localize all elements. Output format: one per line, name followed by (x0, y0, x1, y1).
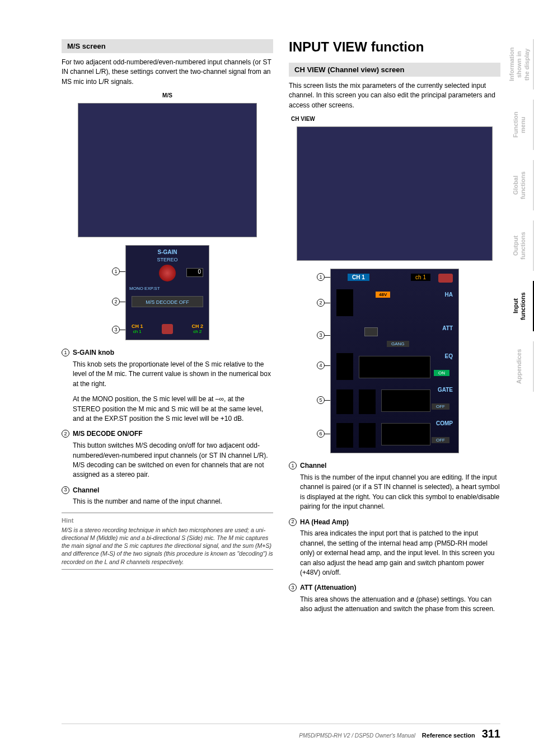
r-item-channel: 1 Channel (289, 461, 500, 471)
tab-info-display[interactable]: Information shown in the display (506, 39, 534, 90)
ms-screen-header: M/S screen (62, 39, 273, 53)
sgain-detail: S-GAIN STEREO 0 MONO EXP.ST M/S DECODE O… (125, 245, 209, 340)
footer-manual: PM5D/PM5D-RH V2 / DSP5D Owner's Manual (299, 732, 415, 739)
circle-1: 1 (62, 349, 69, 356)
chview-detail: CH 1 ch 1 48V HA ATT GANG EQ ON GATE (330, 269, 459, 453)
tab-function-menu[interactable]: Function menu (506, 100, 534, 150)
chview-intro: This screen lists the mix parameters of … (289, 81, 500, 110)
hint-box: Hint M/S is a stereo recording technique… (62, 513, 273, 570)
chview-header: CH VIEW (Channel view) screen (289, 63, 500, 77)
ms-screenshot (78, 103, 257, 237)
r-item-att: 3 ATT (Attenuation) (289, 583, 500, 593)
ms-img-label: M/S (62, 92, 273, 98)
page-footer: PM5D/PM5D-RH V2 / DSP5D Owner's Manual R… (62, 724, 500, 740)
right-column: INPUT VIEW function CH VIEW (Channel vie… (289, 39, 500, 620)
circle-3: 3 (62, 486, 69, 494)
footer-section: Reference section (422, 732, 475, 739)
r-item-ha: 2 HA (Head Amp) (289, 518, 500, 527)
item-ms-decode: 2 M/S DECODE ON/OFF (62, 429, 273, 439)
left-column: M/S screen For two adjacent odd-numbered… (62, 39, 273, 620)
ms-intro: For two adjacent odd-numbered/even-numbe… (62, 58, 273, 87)
circle-2: 2 (62, 430, 69, 438)
chview-screenshot (297, 126, 493, 261)
footer-page: 311 (482, 727, 500, 740)
tab-output-functions[interactable]: Output functions (506, 220, 534, 271)
item-sgain-knob: 1 S-GAIN knob (62, 348, 273, 358)
input-view-title: INPUT VIEW function (289, 39, 500, 55)
tab-global-functions[interactable]: Global functions (506, 160, 534, 210)
chview-img-label: CH VIEW (291, 116, 500, 122)
side-tabs: Information shown in the display Functio… (506, 39, 534, 392)
item-channel: 3 Channel (62, 486, 273, 495)
tab-input-functions[interactable]: Input functions (506, 281, 534, 331)
tab-appendices[interactable]: Appendices (506, 341, 534, 392)
